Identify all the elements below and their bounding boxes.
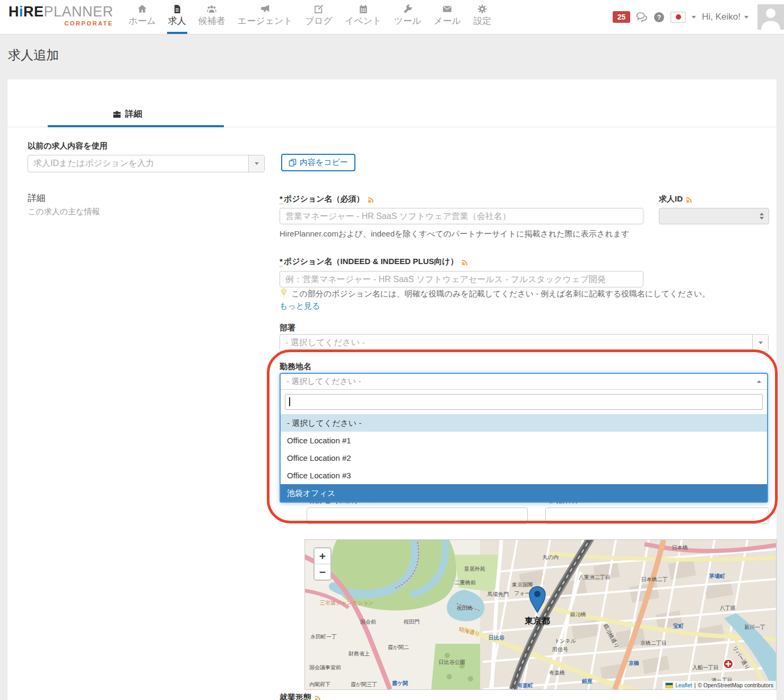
language-caret-icon[interactable] [692, 16, 696, 19]
job-id-label: 求人ID [659, 194, 693, 204]
position-indeed-label: *ポジション名（INDEED & INDEED PLUS向け） [280, 257, 469, 267]
svg-text:二重橋前: 二重橋前 [455, 580, 476, 585]
nav-item-mail[interactable]: メール [432, 4, 462, 30]
address-input[interactable] [307, 508, 528, 524]
commute-input[interactable] [545, 508, 769, 524]
page: HiREPLANNER CORPORATE ホーム 求人 候補者 エージェント [0, 0, 784, 700]
avatar[interactable] [757, 4, 784, 30]
svg-text:霞ケ関: 霞ケ関 [392, 680, 408, 686]
chat-icon[interactable] [636, 11, 648, 23]
svg-text:馬場先門: 馬場先門 [487, 591, 509, 597]
text-cursor [289, 397, 290, 406]
employment-type-label: 就業形態 [280, 693, 322, 700]
topbar-right: 25 ? Hi, Keiko! [613, 0, 784, 34]
leaflet-link[interactable]: Leaflet [675, 682, 692, 688]
hireplanner-logo[interactable]: HiREPLANNER CORPORATE [8, 5, 114, 27]
hospital-icon [724, 659, 733, 669]
svg-text:八丁堀: 八丁堀 [720, 605, 736, 611]
zoom-in-button[interactable]: + [315, 548, 330, 564]
lightbulb-icon [280, 288, 288, 296]
office-location-menu: - 選択してください - Office Location #1 Office L… [281, 389, 767, 502]
briefcase-icon [112, 110, 121, 119]
tab-active-underline [48, 125, 224, 127]
rss-icon [368, 196, 375, 203]
nav-item-tools[interactable]: ツール [393, 4, 423, 30]
option-office-1[interactable]: Office Location #1 [281, 432, 767, 449]
svg-text:有楽橋: 有楽橋 [549, 670, 565, 676]
svg-text:三宅坂ジャンクション: 三宅坂ジャンクション [320, 600, 374, 606]
svg-text:国会議事堂前: 国会議事堂前 [309, 664, 341, 670]
svg-text:国会前: 国会前 [360, 619, 376, 625]
tie-icon: i [19, 4, 23, 20]
svg-text:鍛冶橋: 鍛冶橋 [570, 611, 586, 617]
nav-item-blog[interactable]: ブログ [304, 4, 334, 30]
nav-item-home[interactable]: ホーム [127, 4, 157, 30]
marker-label: 東京都 [524, 616, 550, 625]
svg-text:祝田橋: 祝田橋 [457, 605, 473, 611]
user-menu[interactable]: Hi, Keiko! [702, 12, 748, 22]
nav-item-settings[interactable]: 設定 [472, 4, 492, 30]
option-placeholder[interactable]: - 選択してください - [281, 414, 767, 432]
select-caret-icon[interactable] [752, 335, 768, 351]
rss-icon [686, 196, 693, 203]
map-attribution: Leaflet | © OpenStreetMap contributors [663, 681, 776, 689]
department-select[interactable]: - 選択してください - [280, 334, 769, 352]
svg-text:八重洲二丁目: 八重洲二丁目 [579, 574, 611, 580]
jobs-icon [172, 4, 182, 14]
position-indeed-tip: この部分のポジション名には、明確な役職のみを記載してください - 例えば名刺に記… [280, 288, 758, 299]
page-title: 求人追加 [8, 47, 59, 64]
nav-item-jobs[interactable]: 求人 [167, 4, 187, 30]
option-office-3[interactable]: Office Location #3 [281, 467, 767, 484]
osm-attribution[interactable]: © OpenStreetMap contributors [698, 682, 773, 688]
department-value: - 選択してください - [280, 335, 752, 351]
svg-text:日本橋: 日本橋 [672, 545, 688, 550]
megaphone-icon [260, 4, 270, 14]
office-location-toggle[interactable]: - 選択してください - [281, 374, 767, 389]
copy-content-button[interactable]: 内容をコピー [281, 154, 355, 171]
position-input[interactable] [280, 208, 643, 224]
svg-text:新川一丁: 新川一丁 [744, 624, 765, 630]
svg-text:有楽町: 有楽町 [517, 682, 533, 688]
japan-flag-icon[interactable] [670, 12, 686, 23]
candidates-icon [207, 4, 216, 14]
option-ikebukuro[interactable]: 池袋オフィス [281, 484, 767, 502]
office-location-dropdown: - 選択してください - - 選択してください - Office Locatio… [280, 373, 768, 503]
department-label: 部署 [280, 323, 295, 333]
greeting-text: Hi, Keiko! [702, 12, 741, 22]
number-spinner-icon[interactable] [760, 213, 764, 220]
map-zoom-control: + − [313, 547, 332, 581]
position-indeed-input[interactable] [280, 271, 643, 287]
job-id-input[interactable] [659, 208, 769, 224]
home-icon [137, 4, 147, 14]
help-icon[interactable]: ? [654, 12, 665, 23]
previous-job-combobox[interactable]: 求人IDまたはポジションを入力 [28, 155, 265, 172]
svg-text:永田町一丁: 永田町一丁 [310, 634, 337, 640]
svg-text:東京国際: 東京国際 [511, 582, 533, 588]
svg-text:入船一丁目: 入船一丁目 [692, 664, 719, 670]
location-map[interactable]: 三宅坂ジャンクション 国会前 桜田門 永田町一丁 財務省上 国会議事堂前 霞が関… [305, 540, 776, 689]
see-more-link[interactable]: もっと見る [280, 301, 320, 311]
combobox-caret-icon[interactable] [248, 155, 264, 172]
svg-text:日本橋二丁: 日本橋二丁 [641, 576, 668, 582]
tab-details[interactable]: 詳細 [112, 109, 142, 120]
person-icon [757, 4, 784, 30]
user-caret-icon [744, 16, 748, 19]
zoom-out-button[interactable]: − [315, 564, 330, 580]
notification-badge[interactable]: 25 [613, 11, 631, 23]
nav-item-candidates[interactable]: 候補者 [197, 4, 227, 30]
copy-icon [289, 159, 297, 167]
rss-icon [461, 258, 469, 266]
calendar-icon [359, 4, 368, 14]
dropdown-search-input[interactable] [285, 395, 762, 409]
position-label: *ポジション名（必須） [280, 194, 375, 204]
previous-job-heading: 以前の求人内容を使用 [28, 141, 108, 151]
edit-icon [314, 4, 324, 14]
nav-item-events[interactable]: イベント [344, 4, 383, 30]
nav-item-agents[interactable]: エージェント [237, 4, 294, 30]
svg-text:丸の内: 丸の内 [543, 554, 559, 560]
option-office-2[interactable]: Office Location #2 [281, 449, 767, 467]
office-location-label: 勤務地名 [280, 362, 311, 372]
caret-up-icon [757, 380, 761, 383]
logo-text: H [8, 4, 19, 20]
ukraine-flag-icon [665, 682, 673, 688]
